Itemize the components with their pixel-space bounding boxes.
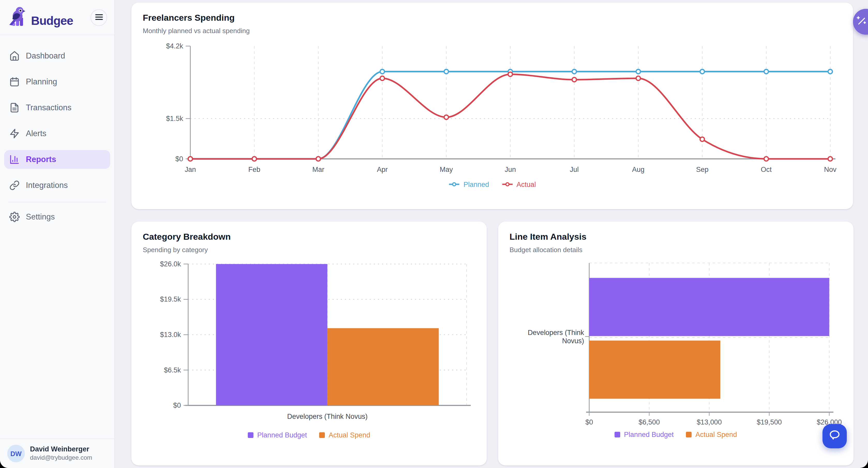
sidebar-item-label: Transactions <box>26 103 71 112</box>
sidebar: Budgee Dashboard Pla <box>0 0 115 468</box>
svg-text:$6.5k: $6.5k <box>164 366 181 374</box>
sidebar-item-label: Dashboard <box>26 51 65 61</box>
svg-text:May: May <box>440 166 453 173</box>
card-title: Line Item Analysis <box>509 232 842 242</box>
svg-text:$1.5k: $1.5k <box>166 115 183 122</box>
svg-text:Feb: Feb <box>248 166 260 173</box>
sidebar-item-dashboard[interactable]: Dashboard <box>4 47 110 65</box>
card-title: Category Breakdown <box>143 232 475 242</box>
svg-text:$13.0k: $13.0k <box>160 331 181 339</box>
legend-item-actual-spend[interactable]: Actual Spend <box>686 431 737 438</box>
line-item-hbar-chart: $0$6,500$13,000$19,500$26,000Developers … <box>509 258 842 428</box>
sidebar-item-label: Reports <box>26 155 56 164</box>
legend-item-actual-spend[interactable]: Actual Spend <box>319 431 370 439</box>
sidebar-item-alerts[interactable]: Alerts <box>4 124 110 143</box>
sidebar-item-planning[interactable]: Planning <box>4 72 110 91</box>
sidebar-item-reports[interactable]: Reports <box>4 150 110 169</box>
category-bar-chart: $0$6.5k$13.0k$19.5k$26.0kDevelopers (Thi… <box>143 258 475 428</box>
sidebar-item-label: Integrations <box>26 181 68 190</box>
legend-item-actual[interactable]: Actual <box>501 181 536 188</box>
svg-text:$26.0k: $26.0k <box>160 260 181 268</box>
link-icon <box>9 180 20 191</box>
category-breakdown-card: Category Breakdown Spending by category … <box>131 222 487 465</box>
gear-icon <box>9 212 20 222</box>
avatar: DW <box>7 445 25 462</box>
svg-text:Jun: Jun <box>505 166 516 173</box>
svg-text:$6,500: $6,500 <box>639 418 660 426</box>
sidebar-divider <box>8 202 106 202</box>
chart-legend: PlannedActual <box>143 181 842 188</box>
hamburger-icon <box>95 14 103 22</box>
svg-text:Sep: Sep <box>696 166 708 173</box>
calendar-icon <box>9 77 20 87</box>
card-subtitle: Monthly planned vs actual spending <box>143 27 842 35</box>
chart-legend: Planned BudgetActual Spend <box>509 431 842 438</box>
main-content: Freelancers Spending Monthly planned vs … <box>115 0 868 468</box>
chart-legend: Planned BudgetActual Spend <box>143 431 475 439</box>
svg-text:Developers (Think Novus): Developers (Think Novus) <box>287 413 368 420</box>
svg-text:Aug: Aug <box>632 166 645 173</box>
app-logo-text: Budgee <box>31 15 73 30</box>
svg-text:$0: $0 <box>585 418 593 426</box>
svg-text:$0: $0 <box>173 402 181 409</box>
budgee-bird-icon <box>7 5 30 30</box>
svg-text:Jul: Jul <box>570 166 579 173</box>
app-window: Budgee Dashboard Pla <box>0 0 868 468</box>
sidebar-item-label: Alerts <box>26 129 46 138</box>
legend-item-planned[interactable]: Planned <box>448 181 489 188</box>
sidebar-nav: Dashboard Planning Transactions Alerts <box>0 35 114 233</box>
svg-text:Jan: Jan <box>185 166 196 173</box>
line-item-analysis-card: Line Item Analysis Budget allocation det… <box>498 222 854 465</box>
freelancers-spending-card: Freelancers Spending Monthly planned vs … <box>131 3 853 209</box>
legend-item-planned-budget[interactable]: Planned Budget <box>615 431 674 438</box>
home-icon <box>9 51 20 61</box>
svg-text:Mar: Mar <box>312 166 324 173</box>
sidebar-header: Budgee <box>0 0 114 35</box>
app-logo: Budgee <box>7 5 73 30</box>
sidebar-item-label: Settings <box>26 212 55 222</box>
chat-launcher-button[interactable] <box>823 424 847 448</box>
chat-bubble-icon <box>828 429 841 444</box>
spending-line-chart: $0$1.5k$4.2kJanFebMarAprMayJunJulAugSepO… <box>143 39 842 178</box>
bar-chart-icon <box>9 154 20 165</box>
svg-text:Oct: Oct <box>761 166 772 173</box>
svg-text:Nov: Nov <box>824 166 836 173</box>
sidebar-toggle-button[interactable] <box>91 9 107 26</box>
svg-text:Apr: Apr <box>377 166 388 173</box>
magic-wand-icon <box>856 15 867 28</box>
user-name: David Weinberger <box>30 445 92 454</box>
svg-text:$19,500: $19,500 <box>757 418 782 426</box>
sidebar-item-settings[interactable]: Settings <box>4 208 110 226</box>
svg-text:$13,000: $13,000 <box>697 418 722 426</box>
svg-text:Novus): Novus) <box>562 337 584 345</box>
card-title: Freelancers Spending <box>143 13 842 23</box>
card-subtitle: Budget allocation details <box>509 246 842 254</box>
legend-item-planned-budget[interactable]: Planned Budget <box>248 431 307 439</box>
user-email: david@trybudgee.com <box>30 454 92 462</box>
lightning-icon <box>9 128 20 139</box>
sidebar-item-integrations[interactable]: Integrations <box>4 176 110 195</box>
svg-text:$19.5k: $19.5k <box>160 295 181 303</box>
user-profile[interactable]: DW David Weinberger david@trybudgee.com <box>0 438 114 468</box>
svg-text:Developers (Think: Developers (Think <box>528 329 584 337</box>
svg-text:$0: $0 <box>175 155 183 163</box>
document-icon <box>9 103 20 113</box>
sidebar-item-transactions[interactable]: Transactions <box>4 98 110 117</box>
sidebar-item-label: Planning <box>26 77 57 86</box>
svg-text:$4.2k: $4.2k <box>166 42 183 50</box>
card-subtitle: Spending by category <box>143 246 475 254</box>
